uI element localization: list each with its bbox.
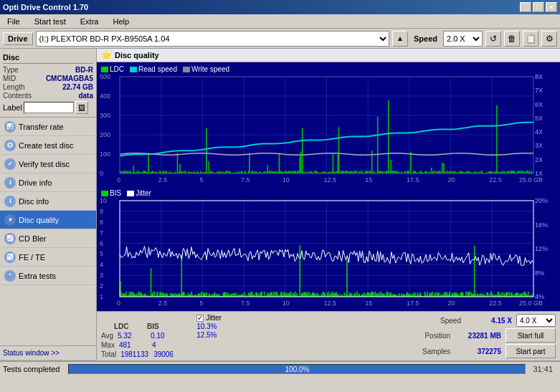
write-speed-legend-box: [183, 67, 190, 72]
cd-bler-icon: 📈: [4, 233, 16, 244]
menu-help[interactable]: Help: [108, 16, 133, 27]
jitter-checkbox-row: ✓ Jitter: [196, 314, 222, 322]
sidebar-item-disc-quality[interactable]: ★ Disc quality: [0, 211, 96, 229]
label-icon-button[interactable]: 🖼: [75, 101, 88, 114]
total-label: Total: [101, 350, 116, 358]
progress-bar: 100.0%: [68, 364, 526, 374]
label-input[interactable]: [24, 102, 74, 113]
speed-row: Speed 4.15 X 4.0 X: [440, 314, 556, 327]
legend-bis-label: BIS: [110, 189, 121, 197]
chart2-legend: BIS Jitter: [101, 189, 151, 197]
jitter-section: ✓ Jitter 10.3% 12.5%: [196, 314, 222, 339]
verify-test-icon: ✔: [4, 158, 16, 170]
settings-button[interactable]: ⚙: [541, 31, 557, 47]
sidebar-item-disc-info[interactable]: ℹ Disc info: [0, 192, 96, 211]
avg-bis: 0.10: [151, 332, 179, 340]
close-button[interactable]: ×: [546, 2, 557, 12]
start-full-button[interactable]: Start full: [506, 328, 556, 343]
sidebar-item-transfer-rate[interactable]: 📊 Transfer rate: [0, 118, 96, 136]
legend-read-speed-label: Read speed: [138, 65, 177, 73]
progress-text: 100.0%: [69, 365, 525, 373]
speed-label: Speed: [411, 34, 440, 43]
col-header-bis: BIS: [147, 322, 176, 330]
chart1-wrapper: LDC Read speed Write speed: [98, 64, 559, 186]
col-header-ldc: LDC: [114, 322, 143, 330]
disc-quality-header: ⭐ Disc quality: [97, 49, 560, 62]
stats-col-labels: LDC BIS Avg 5.32 0.10 Max 481 4 Total 19…: [101, 314, 182, 358]
extra-tests-icon: 🔬: [4, 270, 16, 282]
legend-bis: BIS: [101, 189, 121, 197]
legend-ldc: LDC: [101, 65, 124, 73]
status-window-button[interactable]: Status window >>: [0, 346, 96, 360]
fe-te-icon: 📉: [4, 252, 16, 263]
max-jitter: 12.5%: [196, 331, 222, 339]
disc-info-icon: ℹ: [4, 196, 16, 207]
copy-button[interactable]: 📋: [523, 31, 538, 47]
jitter-label-text: Jitter: [206, 314, 222, 322]
length-value: 22.74 GB: [62, 83, 93, 91]
maximize-button[interactable]: □: [533, 2, 544, 12]
max-bis: 4: [152, 341, 181, 349]
speed-select[interactable]: 2.0 X 4.0 X: [443, 31, 483, 47]
drive-label: Drive: [3, 32, 33, 45]
samples-value: 372275: [455, 348, 501, 355]
bis-legend-box: [101, 191, 108, 196]
sidebar-label-transfer-rate: Transfer rate: [19, 123, 64, 131]
sidebar-item-drive-info[interactable]: ℹ Drive info: [0, 173, 96, 192]
sidebar-label-extra-tests: Extra tests: [19, 272, 56, 280]
jitter-checkbox[interactable]: ✓: [196, 315, 204, 322]
legend-write-speed-label: Write speed: [191, 65, 229, 73]
sidebar-item-cd-bler[interactable]: 📈 CD Bler: [0, 229, 96, 248]
jitter-legend-box: [127, 191, 134, 196]
position-row: Position 23281 MB Start full: [424, 328, 556, 343]
time-display: 31:41: [528, 365, 557, 373]
speed-value: 4.15 X: [465, 317, 512, 325]
speed-selector[interactable]: 4.0 X: [516, 314, 556, 327]
avg-jitter: 10.3%: [196, 322, 222, 330]
avg-ldc: 5.32: [118, 332, 146, 340]
app-title: Opti Drive Control 1.70: [3, 3, 88, 11]
sidebar-item-create-test-disc[interactable]: 💿 Create test disc: [0, 136, 96, 155]
sidebar-label-disc-info: Disc info: [19, 197, 49, 206]
position-label: Position: [424, 332, 450, 340]
sidebar-item-verify-test-disc[interactable]: ✔ Verify test disc: [0, 155, 96, 173]
samples-row: Samples 372275 Start part: [422, 344, 556, 358]
read-speed-legend-box: [130, 67, 137, 72]
mid-value: CMCMAGBA5: [46, 75, 93, 82]
sidebar-item-fe-te[interactable]: 📉 FE / TE: [0, 248, 96, 267]
speed-label-text: Speed: [440, 317, 461, 325]
sidebar-label-create-test: Create test disc: [19, 141, 73, 150]
sidebar-item-extra-tests[interactable]: 🔬 Extra tests: [0, 267, 96, 285]
sidebar-label-drive-info: Drive info: [19, 178, 52, 187]
menu-file[interactable]: File: [3, 16, 24, 27]
max-ldc: 481: [119, 341, 148, 349]
refresh-button[interactable]: ↺: [485, 31, 501, 47]
position-value: 23281 MB: [455, 332, 501, 340]
disc-quality-header-icon: ⭐: [101, 50, 112, 60]
right-stats: Speed 4.15 X 4.0 X Position 23281 MB Sta…: [422, 314, 556, 358]
menu-start-test[interactable]: Start test: [30, 16, 70, 27]
drive-select[interactable]: (I:) PLEXTOR BD-R PX-B9505A 1.04: [36, 31, 389, 47]
type-value: BD-R: [75, 66, 93, 74]
chart1-canvas: [98, 64, 559, 186]
start-part-button[interactable]: Start part: [506, 344, 556, 358]
legend-jitter: Jitter: [127, 189, 151, 197]
drive-eject-button[interactable]: ▲: [392, 31, 408, 47]
menu-extra[interactable]: Extra: [76, 16, 103, 27]
total-ldc: 1981133: [120, 350, 149, 358]
disc-quality-title: Disc quality: [115, 51, 159, 59]
type-label: Type: [3, 66, 19, 74]
legend-write-speed: Write speed: [183, 65, 229, 73]
chart1-legend: LDC Read speed Write speed: [101, 65, 229, 73]
max-label: Max: [101, 341, 115, 349]
label-text: Label: [3, 103, 22, 112]
minimize-button[interactable]: _: [520, 2, 531, 12]
transfer-rate-icon: 📊: [4, 121, 16, 133]
avg-label: Avg: [101, 332, 113, 340]
legend-jitter-label: Jitter: [136, 189, 151, 197]
content-area: ⭐ Disc quality LDC Read speed: [97, 49, 560, 360]
sidebar-label-fe-te: FE / TE: [19, 253, 45, 262]
total-bis: 39006: [153, 350, 182, 358]
contents-label: Contents: [3, 92, 32, 100]
erase-button[interactable]: 🗑: [504, 31, 520, 47]
